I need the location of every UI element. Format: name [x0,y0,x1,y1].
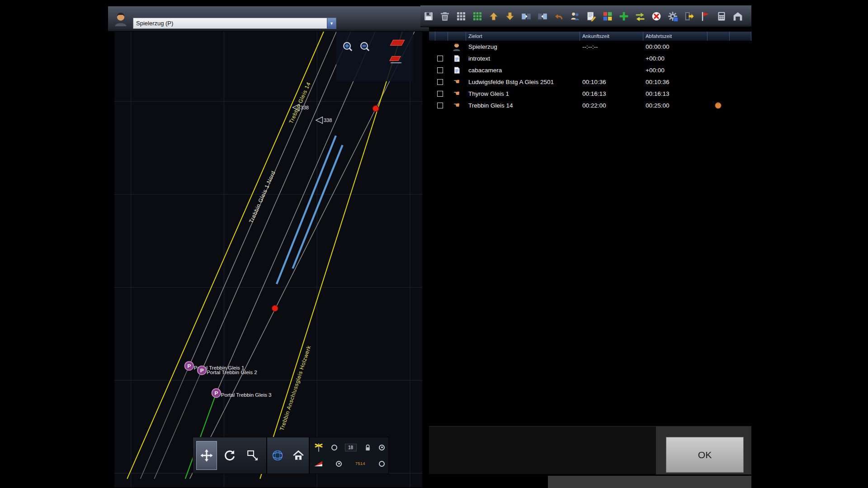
portal-letter: P [214,390,218,396]
ok-button[interactable]: OK [666,437,744,473]
toggle-ring-icon[interactable] [331,445,337,450]
column-zielort: Zielort [466,32,580,41]
driver-icon [448,41,466,52]
driver-avatar-icon [113,11,128,27]
timetable-row[interactable]: introtext+00:00 [429,52,751,64]
track-label: Trebbin Gleis 1 Nord [248,170,276,224]
departure-cell: 00:10:36 [643,76,707,88]
event-icon [448,52,466,64]
destination-cell: Thyrow Gleis 1 [466,88,580,99]
departure-cell: +00:00 [643,52,707,64]
camera-toolbar: 18 [193,437,389,474]
timetable-row[interactable]: ☚Thyrow Gleis 100:16:1300:16:13 [429,88,751,99]
editor-toolbar [420,5,751,27]
swap-arrows-icon[interactable] [634,9,646,23]
view-2d-alt-icon[interactable] [391,56,401,63]
route-highlight [292,145,342,268]
target-ring-icon[interactable] [336,461,342,467]
hand-icon: ☚ [448,76,466,88]
track-line [260,32,402,479]
grid-green-icon[interactable] [471,9,484,23]
destination-cell: cabacamera [466,64,580,76]
view-2d-icon[interactable] [392,40,403,46]
track-line [216,32,375,393]
portal-letter: P [200,367,204,373]
timetable-row[interactable]: Spielerzug--:--:--00:00:00 [429,41,751,52]
home-view-button[interactable] [289,442,307,469]
arrival-cell: 00:10:36 [580,76,643,88]
lower-arrow-icon[interactable] [504,9,516,23]
arrival-cell: 00:22:00 [580,99,643,111]
timetable-row[interactable]: ☚Trebbin Gleis 1400:22:0000:25:00 [429,99,751,111]
row-checkbox[interactable] [437,56,443,61]
undo-brown-icon[interactable] [552,9,565,23]
row-checkbox[interactable] [437,79,443,85]
crossing-gate-icon[interactable] [313,442,324,453]
zoom-in-button[interactable] [342,41,354,54]
track-line [141,366,189,479]
portal-letter: P [187,363,191,369]
destination-dot [272,305,278,311]
track-map: 338338Trebbin Gleis 14Trebbin Gleis 1 No… [114,32,422,487]
hand-icon: ☚ [453,102,460,109]
add-green-icon[interactable] [618,9,630,23]
row-checkbox[interactable] [437,103,443,108]
passengers-icon[interactable] [569,9,581,23]
destination-cell: Trebbin Gleis 14 [466,99,580,111]
arrival-cell [580,64,643,76]
dialog-area: OK [656,427,751,474]
world-view-button[interactable] [269,442,287,469]
timetable-header: Zielort Ankunftszeit Abfahrtszeit [429,32,751,41]
arrival-cell: 00:16:13 [580,88,643,99]
event-icon [448,64,466,76]
map-view[interactable]: 338338Trebbin Gleis 14Trebbin Gleis 1 No… [114,32,422,487]
map-header-bar: Spielerzug (P) ▼ [108,6,429,32]
row-checkbox[interactable] [437,67,443,73]
depot-icon[interactable] [731,9,744,23]
calculator-icon[interactable] [715,9,728,23]
hand-icon: ☚ [453,90,460,97]
remove-red-icon[interactable] [650,9,663,23]
toggle-ring-icon[interactable] [379,461,385,467]
timetable-body: Spielerzug--:--:--00:00:00introtext+00:0… [429,41,751,111]
settings-gear-icon[interactable] [666,9,679,23]
edit-document-icon[interactable] [585,9,598,23]
rotate-mode-button[interactable] [219,441,240,470]
tile-number: 18 [345,444,357,451]
hand-icon: ☚ [453,78,460,85]
gradient-wedge-icon[interactable] [313,460,323,468]
train-selector-dropdown[interactable]: Spielerzug (P) ▼ [133,18,336,29]
arrival-cell [580,52,643,64]
target-ring-icon[interactable] [379,445,385,450]
split-left-icon[interactable] [520,9,533,23]
raise-arrow-icon[interactable] [487,9,500,23]
train-selector-value: Spielerzug (P) [133,20,327,27]
grid-small-icon[interactable] [455,9,467,23]
timetable-row[interactable]: cabacamera+00:00 [429,64,751,76]
free-camera-button[interactable] [242,441,263,470]
exit-door-icon[interactable] [683,9,695,23]
column-ankunftszeit: Ankunftszeit [580,32,643,41]
red-flag-icon[interactable] [699,9,712,23]
chevron-down-icon[interactable]: ▼ [327,18,336,28]
row-checkbox[interactable] [437,91,443,97]
destination-cell: Ludwigsfelde Bstg A Gleis 2501 [466,76,580,88]
timetable-panel: Zielort Ankunftszeit Abfahrtszeit Spiele… [429,0,751,488]
save-icon[interactable] [422,9,435,23]
marker-icon [707,99,729,111]
zoom-out-button[interactable] [359,41,371,54]
camera-mode-group [193,437,266,474]
destination-cell: Spielerzug [466,41,580,52]
pan-mode-button[interactable] [196,441,217,470]
status-strip [548,476,751,488]
delete-icon[interactable] [439,9,451,23]
route-code: 7514 [354,461,366,466]
header-checkbox-col [435,32,448,41]
header-extra-col-2 [729,32,751,41]
color-tiles-icon[interactable] [601,9,614,23]
split-right-icon[interactable] [536,9,549,23]
track-label: Trebbin Anschlussgleis Holzwerk [278,344,312,431]
timetable-row[interactable]: ☚Ludwigsfelde Bstg A Gleis 250100:10:360… [429,76,751,88]
lock-icon[interactable] [364,444,372,451]
column-abfahrtszeit: Abfahrtszeit [643,32,707,41]
